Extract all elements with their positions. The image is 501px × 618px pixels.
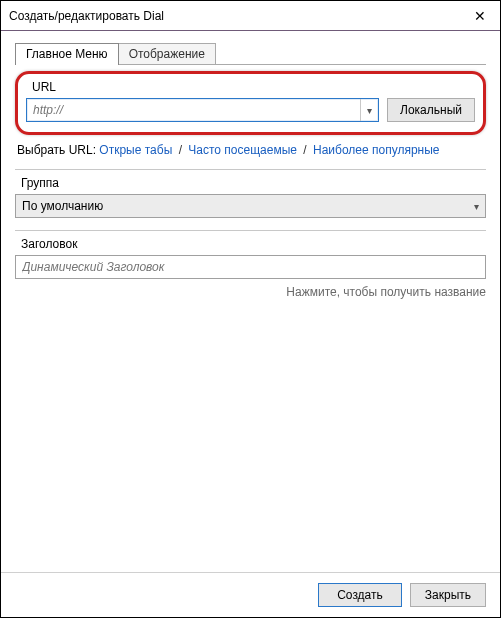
link-open-tabs[interactable]: Открые табы (99, 143, 172, 157)
close-icon[interactable]: ✕ (470, 9, 490, 23)
button-label: Локальный (400, 103, 462, 117)
titlebar: Создать/редактировать Dial ✕ (1, 1, 500, 31)
url-combobox[interactable]: ▾ (26, 98, 379, 122)
select-url-line: Выбрать URL: Открые табы / Часто посещае… (17, 143, 484, 157)
tab-label: Отображение (129, 47, 205, 61)
url-row: ▾ Локальный (26, 98, 475, 122)
button-label: Создать (337, 588, 383, 602)
group-label: Группа (21, 176, 486, 190)
tab-display[interactable]: Отображение (118, 43, 216, 65)
link-popular[interactable]: Наиболее популярные (313, 143, 440, 157)
url-label: URL (32, 80, 475, 94)
title-input[interactable] (15, 255, 486, 279)
dialog-content: Главное Меню Отображение URL ▾ Локальный… (1, 31, 500, 572)
close-button[interactable]: Закрыть (410, 583, 486, 607)
tab-main-menu[interactable]: Главное Меню (15, 43, 119, 65)
link-frequent[interactable]: Часто посещаемые (188, 143, 297, 157)
title-hint-row: Нажмите, чтобы получить название (15, 285, 486, 299)
tabs: Главное Меню Отображение (15, 41, 486, 65)
url-section-highlight: URL ▾ Локальный (15, 71, 486, 135)
separator: / (179, 143, 182, 157)
dialog-footer: Создать Закрыть (1, 572, 500, 617)
group-selected-value: По умолчанию (16, 199, 467, 213)
title-section: Заголовок Нажмите, чтобы получить назван… (15, 230, 486, 299)
dialog-window: Создать/редактировать Dial ✕ Главное Мен… (0, 0, 501, 618)
group-select[interactable]: По умолчанию ▾ (15, 194, 486, 218)
button-label: Закрыть (425, 588, 471, 602)
tab-label: Главное Меню (26, 47, 108, 61)
url-input[interactable] (27, 99, 360, 121)
local-button[interactable]: Локальный (387, 98, 475, 122)
create-button[interactable]: Создать (318, 583, 402, 607)
select-url-prefix: Выбрать URL: (17, 143, 96, 157)
group-section: Группа По умолчанию ▾ (15, 169, 486, 218)
window-title: Создать/редактировать Dial (9, 9, 164, 23)
fetch-title-link[interactable]: Нажмите, чтобы получить название (286, 285, 486, 299)
chevron-down-icon[interactable]: ▾ (467, 195, 485, 217)
chevron-down-icon[interactable]: ▾ (360, 99, 378, 121)
separator: / (303, 143, 306, 157)
title-label: Заголовок (21, 237, 486, 251)
